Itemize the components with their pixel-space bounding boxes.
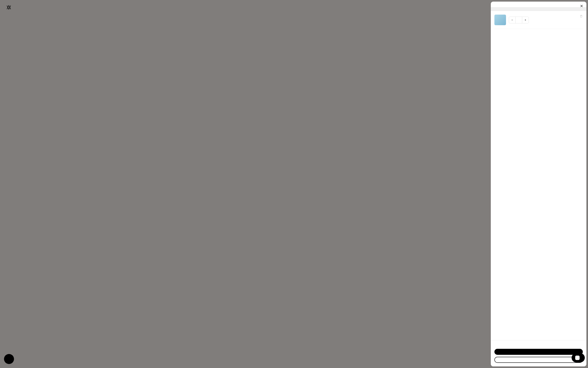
overlay[interactable] <box>0 0 294 184</box>
